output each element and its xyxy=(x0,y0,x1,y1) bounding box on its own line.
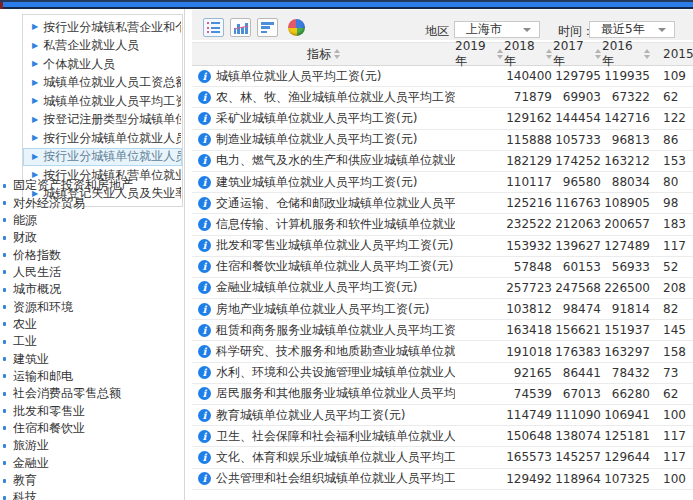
bullet-icon xyxy=(3,340,6,344)
sidebar-category-item[interactable]: 运输和邮电 xyxy=(0,368,184,385)
info-icon[interactable]: i xyxy=(198,70,211,83)
column-header-2015[interactable]: 2015年 xyxy=(651,46,693,63)
table-row[interactable]: i 卫生、社会保障和社会福利业城镇单位就业人员平均工资(元) 150648 13… xyxy=(192,426,693,447)
sidebar-sub-item[interactable]: ▶ 城镇单位就业人员工资总额和指数 xyxy=(23,74,182,93)
sidebar-category-item[interactable]: 科技 xyxy=(0,489,184,500)
sidebar-sub-item[interactable]: ▶ 按行业分城镇私营企业和个体就业人员 xyxy=(23,18,182,37)
sidebar-category-item[interactable]: 农业 xyxy=(0,316,184,333)
info-icon[interactable]: i xyxy=(198,324,211,337)
sidebar-category-item[interactable]: 住宿和餐饮业 xyxy=(0,420,184,437)
table-row[interactable]: i 建筑业城镇单位就业人员平均工资(元) 110117 96580 88034 … xyxy=(192,172,693,193)
column-header-2018[interactable]: 2018年 xyxy=(504,39,553,70)
sidebar-category-item[interactable]: 社会消费品零售总额 xyxy=(0,385,184,402)
sidebar-category-label: 固定资产投资和房地产 xyxy=(13,177,133,194)
sidebar-category-item[interactable]: 人民生活 xyxy=(0,264,184,281)
column-header-2019[interactable]: 2019年 xyxy=(455,39,504,70)
table-row[interactable]: i 科学研究、技术服务和地质勘查业城镇单位就业人员平均工资(元) 191018 … xyxy=(192,341,693,362)
info-icon[interactable]: i xyxy=(198,387,211,400)
info-icon[interactable]: i xyxy=(198,91,211,104)
info-icon[interactable]: i xyxy=(198,133,211,146)
table-row[interactable]: i 水利、环境和公共设施管理业城镇单位就业人员平均工资(元) 92165 864… xyxy=(192,363,693,384)
info-icon[interactable]: i xyxy=(198,260,211,273)
table-row[interactable]: i 城镇单位就业人员平均工资(元) 140400 129795 119935 1… xyxy=(192,66,693,87)
table-row[interactable]: i 制造业城镇单位就业人员平均工资(元) 115888 105733 96813… xyxy=(192,130,693,151)
triangle-right-icon: ▶ xyxy=(32,23,38,31)
triangle-right-icon: ▶ xyxy=(32,97,38,105)
table-row[interactable]: i 电力、燃气及水的生产和供应业城镇单位就业人员平均工资(元) 182129 1… xyxy=(192,151,693,172)
info-icon[interactable]: i xyxy=(198,409,211,422)
table-row[interactable]: i 租赁和商务服务业城镇单位就业人员平均工资(元) 163418 156621 … xyxy=(192,320,693,341)
region-select-value: 上海市 xyxy=(466,22,502,36)
sidebar-sub-item-label: 按行业分城镇单位就业人员平均工资 xyxy=(43,148,182,165)
indicator-label: 制造业城镇单位就业人员平均工资(元) xyxy=(216,131,417,148)
sidebar-category-item[interactable]: 财政 xyxy=(0,229,184,246)
sidebar-category-label: 批发和零售业 xyxy=(13,403,85,420)
sidebar-sub-item[interactable]: ▶ 城镇单位就业人员平均工资和指数 xyxy=(23,92,182,111)
info-icon[interactable]: i xyxy=(198,239,211,252)
value-cell-2016: 226500 xyxy=(602,281,651,295)
sidebar-sub-item[interactable]: ▶ 私营企业就业人员 xyxy=(23,37,182,56)
value-cell-2016: 78432 xyxy=(602,366,651,380)
indicator-cell: i 电力、燃气及水的生产和供应业城镇单位就业人员平均工资(元) xyxy=(192,152,455,169)
sidebar-category-item[interactable]: 城市概况 xyxy=(0,281,184,298)
info-icon[interactable]: i xyxy=(198,281,211,294)
time-select[interactable]: 最近5年 xyxy=(589,21,675,38)
sidebar-category-item[interactable]: 资源和环境 xyxy=(0,298,184,315)
sidebar-category-item[interactable]: 工业 xyxy=(0,333,184,350)
sidebar-category-item[interactable]: 固定资产投资和房地产 xyxy=(0,177,184,194)
region-select[interactable]: 上海市 xyxy=(454,21,540,38)
value-cell-2016: 88034 xyxy=(602,175,651,189)
sidebar-category-item[interactable]: 能源 xyxy=(0,212,184,229)
column-header-2016[interactable]: 2016年 xyxy=(602,39,651,70)
info-icon[interactable]: i xyxy=(198,430,211,443)
table-row[interactable]: i 文化、体育和娱乐业城镇单位就业人员平均工资(元) 165573 145257… xyxy=(192,447,693,468)
info-icon[interactable]: i xyxy=(198,154,211,167)
table-header-row: 指标 2019年 2018年 2017年 2016年 2015年 xyxy=(192,42,693,66)
sidebar-category-item[interactable]: 旅游业 xyxy=(0,437,184,454)
info-icon[interactable]: i xyxy=(198,197,211,210)
horizontal-bars-view-button[interactable] xyxy=(257,18,278,37)
table-row[interactable]: i 信息传输、计算机服务和软件业城镇单位就业人员平均工资(元) 232522 2… xyxy=(192,214,693,235)
bar-chart-view-button[interactable] xyxy=(230,18,251,37)
sidebar-category-item[interactable]: 金融业 xyxy=(0,455,184,472)
table-row[interactable]: i 批发和零售业城镇单位就业人员平均工资(元) 153932 139627 12… xyxy=(192,236,693,257)
info-icon[interactable]: i xyxy=(198,345,211,358)
sidebar-category-label: 旅游业 xyxy=(13,437,49,454)
sidebar-category-item[interactable]: 批发和零售业 xyxy=(0,402,184,419)
column-header-indicator[interactable]: 指标 xyxy=(192,46,455,63)
sidebar-category-item[interactable]: 建筑业 xyxy=(0,350,184,367)
value-cell-2016: 200657 xyxy=(602,217,651,231)
sidebar-sub-item[interactable]: ▶ 个体就业人员 xyxy=(23,55,182,74)
sidebar-category-item[interactable]: 对外经济贸易 xyxy=(0,194,184,211)
table-row[interactable]: i 金融业城镇单位就业人员平均工资(元) 257723 247568 22650… xyxy=(192,278,693,299)
table-row[interactable]: i 居民服务和其他服务业城镇单位就业人员平均工资(元) 74539 67013 … xyxy=(192,384,693,405)
value-cell-2017: 98474 xyxy=(553,302,602,316)
table-row[interactable]: i 房地产业城镇单位就业人员平均工资(元) 103812 98474 91814… xyxy=(192,299,693,320)
info-icon[interactable]: i xyxy=(198,451,211,464)
info-icon[interactable]: i xyxy=(198,176,211,189)
info-icon[interactable]: i xyxy=(198,218,211,231)
info-icon[interactable]: i xyxy=(198,303,211,316)
table-row[interactable]: i 公共管理和社会组织城镇单位就业人员平均工资(元) 129492 118964… xyxy=(192,469,693,490)
column-header-2017[interactable]: 2017年 xyxy=(553,39,602,70)
sidebar-category-item[interactable]: 教育 xyxy=(0,472,184,489)
pie-chart-view-button[interactable] xyxy=(288,19,305,36)
info-icon[interactable]: i xyxy=(198,366,211,379)
indicator-cell: i 水利、环境和公共设施管理业城镇单位就业人员平均工资(元) xyxy=(192,364,455,381)
table-row[interactable]: i 住宿和餐饮业城镇单位就业人员平均工资(元) 57848 60153 5693… xyxy=(192,257,693,278)
sidebar-sub-item[interactable]: ▶ 按登记注册类型分城镇单位就业人员平均工 xyxy=(23,111,182,130)
table-row[interactable]: i 交通运输、仓储和邮政业城镇单位就业人员平均工资(元) 125216 1167… xyxy=(192,193,693,214)
table-row[interactable]: i 教育城镇单位就业人员平均工资(元) 114749 111090 106941… xyxy=(192,405,693,426)
list-view-button[interactable] xyxy=(203,18,224,37)
table-row[interactable]: i 采矿业城镇单位就业人员平均工资(元) 129162 144454 14271… xyxy=(192,108,693,129)
indicator-cell: i 交通运输、仓储和邮政业城镇单位就业人员平均工资(元) xyxy=(192,195,455,212)
info-icon[interactable]: i xyxy=(198,112,211,125)
sidebar-sub-item[interactable]: ▶ 按行业分城镇单位就业人员平均工资 xyxy=(23,148,182,167)
sidebar-category-item[interactable]: 价格指数 xyxy=(0,246,184,263)
bullet-icon xyxy=(3,253,6,257)
sidebar-sub-item[interactable]: ▶ 按行业分城镇单位就业人员工资总额 xyxy=(23,129,182,148)
info-icon[interactable]: i xyxy=(198,472,211,485)
table-row[interactable]: i 农、林、牧、渔业城镇单位就业人员平均工资(元) 71879 69903 67… xyxy=(192,87,693,108)
indicator-cell: i 采矿业城镇单位就业人员平均工资(元) xyxy=(192,110,455,127)
indicator-label: 水利、环境和公共设施管理业城镇单位就业人员平均工资(元) xyxy=(216,364,455,381)
